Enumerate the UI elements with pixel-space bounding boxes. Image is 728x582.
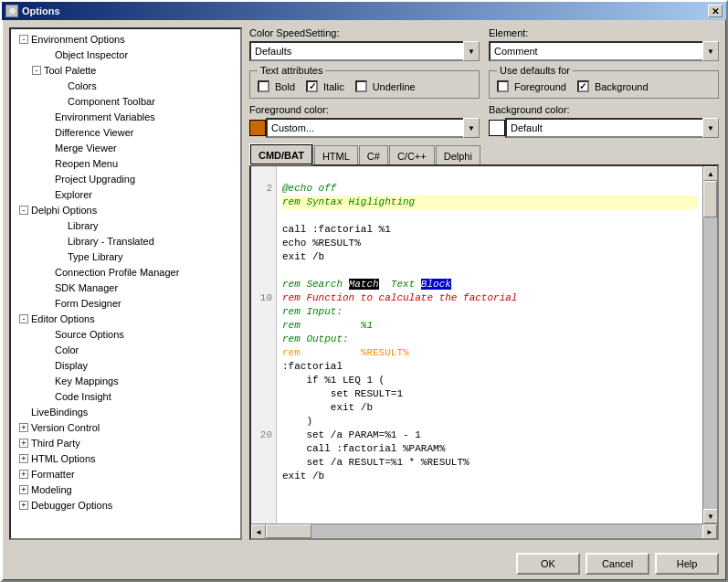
tree-label: Library [68, 220, 99, 231]
expander-empty [40, 156, 55, 171]
code-line: set /a PARAM=%1 - 1 [282, 429, 421, 440]
tree-item-environment-options[interactable]: - Environment Options [11, 31, 240, 47]
tree-item-key-mappings[interactable]: Key Mappings [11, 373, 240, 388]
tree-item-version-control[interactable]: + Version Control [11, 419, 240, 435]
foreground-label: Foreground [514, 81, 566, 92]
tree-label: Formatter [31, 469, 75, 480]
tree-item-modeling[interactable]: + Modeling [11, 481, 240, 497]
tree-label: LiveBindings [31, 407, 88, 418]
tab-html[interactable]: HTML [314, 145, 358, 165]
tree-item-colors[interactable]: Colors [11, 78, 240, 93]
foreground-color-select[interactable]: Custom... [266, 118, 480, 138]
expander[interactable]: - [16, 312, 31, 326]
tree-item-source-options[interactable]: Source Options [11, 326, 240, 342]
expander[interactable]: + [16, 498, 31, 513]
tree-item-display[interactable]: Display [11, 357, 240, 373]
expander-empty [40, 265, 55, 280]
expand-icon: + [19, 485, 28, 494]
expander[interactable]: + [16, 436, 31, 450]
bold-checkbox[interactable] [258, 80, 269, 92]
top-row: Color SpeedSetting: Defaults ▼ Element: … [249, 27, 719, 61]
color-row: Foreground color: Custom... ▼ Background… [249, 104, 719, 138]
tab-cpp[interactable]: C/C++ [389, 145, 435, 165]
tab-csharp[interactable]: C# [359, 145, 388, 165]
code-line: rem Search Match Text Block [282, 279, 451, 290]
scroll-track [703, 181, 717, 509]
expander[interactable]: - [29, 63, 44, 78]
tree-label: Object Inspector [55, 49, 128, 60]
expander[interactable]: - [16, 203, 31, 217]
tree-item-library[interactable]: Library [11, 217, 240, 233]
background-color-select[interactable]: Default [505, 118, 719, 138]
code-outer: 2 10 [249, 164, 719, 540]
expand-icon: - [19, 35, 28, 44]
background-color-preview [489, 120, 505, 136]
italic-checkbox[interactable] [306, 80, 318, 92]
ok-button[interactable]: OK [516, 553, 580, 575]
h-scroll-thumb[interactable] [266, 524, 311, 538]
expander[interactable]: + [16, 451, 31, 466]
tab-delphi[interactable]: Delphi [436, 145, 480, 165]
tree-item-editor-options[interactable]: - Editor Options [11, 311, 240, 326]
tree-item-library-translated[interactable]: Library - Translated [11, 233, 240, 249]
tab-cmd-bat[interactable]: CMD/BAT [249, 143, 313, 165]
background-color-label: Background color: [489, 104, 719, 115]
scroll-up-button[interactable]: ▲ [703, 166, 717, 181]
tree-item-project-upgrading[interactable]: Project Upgrading [11, 171, 240, 186]
window-body: - Environment Options Object Inspector -… [2, 20, 726, 547]
scroll-left-button[interactable]: ◄ [251, 524, 266, 539]
line-numbers: 2 10 [251, 166, 277, 524]
code-area[interactable]: @echo off rem Syntax Higlighting call :f… [277, 166, 702, 524]
tree-item-tool-palette[interactable]: - Tool Palette [11, 62, 240, 78]
tree-item-third-party[interactable]: + Third Party [11, 435, 240, 450]
expander-empty [40, 187, 55, 202]
vertical-scrollbar[interactable]: ▲ ▼ [702, 166, 717, 524]
close-button[interactable]: ✕ [708, 5, 723, 17]
tree-item-difference-viewer[interactable]: Difference Viewer [11, 124, 240, 140]
element-select[interactable]: Comment [489, 41, 719, 61]
expand-icon: - [19, 314, 28, 323]
underline-checkbox[interactable] [355, 80, 367, 92]
text-attrs-group: Bold Italic Underline [258, 80, 471, 92]
tree-item-sdk-manager[interactable]: SDK Manager [11, 280, 240, 295]
cancel-button[interactable]: Cancel [586, 553, 649, 575]
expander[interactable]: + [16, 482, 31, 497]
tree-label: Third Party [31, 438, 80, 449]
scroll-right-button[interactable]: ► [702, 524, 717, 539]
help-button[interactable]: Help [655, 553, 719, 575]
tree-item-merge-viewer[interactable]: Merge Viewer [11, 140, 240, 155]
tree-item-debugger-options[interactable]: + Debugger Options [11, 497, 240, 513]
tree-item-connection-profile-manager[interactable]: Connection Profile Manager [11, 264, 240, 280]
foreground-checkbox[interactable] [497, 80, 509, 92]
tree-item-explorer[interactable]: Explorer [11, 186, 240, 202]
tree-item-html-options[interactable]: + HTML Options [11, 450, 240, 466]
expander-empty [53, 234, 68, 249]
tree-item-livebindings[interactable]: LiveBindings [11, 404, 240, 419]
tree-item-code-insight[interactable]: Code Insight [11, 388, 240, 404]
background-checkbox[interactable] [577, 80, 589, 92]
tree-item-delphi-options[interactable]: - Delphi Options [11, 202, 240, 217]
tree-item-color[interactable]: Color [11, 342, 240, 357]
scroll-down-button[interactable]: ▼ [703, 509, 717, 524]
expander-empty [40, 374, 55, 388]
code-line: exit /b [282, 471, 324, 481]
code-line: rem Output: [282, 333, 349, 344]
tree-item-reopen-menu[interactable]: Reopen Menu [11, 155, 240, 171]
expander[interactable]: + [16, 467, 31, 481]
expander[interactable]: + [16, 420, 31, 435]
underline-row: Underline [355, 80, 416, 92]
horizontal-scrollbar[interactable]: ◄ ► [251, 524, 717, 538]
expander[interactable]: - [16, 32, 31, 47]
color-speed-setting-select[interactable]: Defaults [249, 41, 480, 61]
tree-panel[interactable]: - Environment Options Object Inspector -… [9, 27, 242, 540]
tree-item-formatter[interactable]: + Formatter [11, 466, 240, 481]
tree-label: Project Upgrading [55, 174, 135, 185]
tab-bar: CMD/BAT HTML C# C/C++ Delphi [249, 143, 719, 164]
code-line: ) [282, 416, 312, 427]
tree-item-type-library[interactable]: Type Library [11, 249, 240, 264]
tree-item-object-inspector[interactable]: Object Inspector [11, 47, 240, 62]
tree-item-component-toolbar[interactable]: Component Toolbar [11, 93, 240, 109]
scroll-thumb[interactable] [703, 181, 717, 217]
tree-item-environment-variables[interactable]: Environment Variables [11, 109, 240, 124]
tree-item-form-designer[interactable]: Form Designer [11, 295, 240, 311]
